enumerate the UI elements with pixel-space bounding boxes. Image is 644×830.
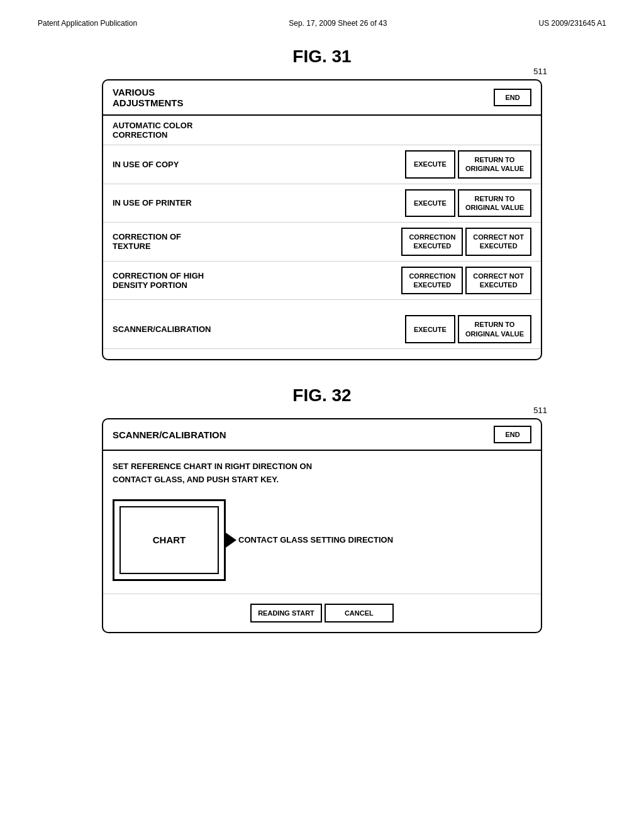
- fig32-direction-label: CONTACT GLASS SETTING DIRECTION: [238, 535, 393, 545]
- fig32-chart-area: CHART CONTACT GLASS SETTING DIRECTION: [103, 493, 541, 594]
- fig32-chart-box: CHART: [113, 499, 226, 581]
- fig31-panel: 511 VARIOUSADJUSTMENTS END AUTOMATIC COL…: [102, 79, 542, 360]
- patent-header: Patent Application Publication Sep. 17, …: [38, 19, 606, 28]
- fig31-density-executed-button[interactable]: CORRECTIONEXECUTED: [401, 267, 463, 295]
- fig32-bottom-buttons: READING START CANCEL: [103, 594, 541, 632]
- fig32-panel-label: SCANNER/CALIBRATION: [113, 429, 226, 440]
- fig31-row-copy: IN USE OF COPY EXECUTE RETURN TOORIGINAL…: [103, 145, 541, 184]
- fig31-row-copy-label: IN USE OF COPY: [113, 160, 405, 169]
- fig31-scanner-label: SCANNER/CALIBRATION: [113, 324, 405, 334]
- fig31-row-scanner: SCANNER/CALIBRATION EXECUTE RETURN TOORI…: [103, 310, 541, 349]
- patent-header-right: US 2009/231645 A1: [539, 19, 606, 28]
- fig31-row-printer-label: IN USE OF PRINTER: [113, 198, 405, 208]
- fig31-copy-return-button[interactable]: RETURN TOORIGINAL VALUE: [458, 150, 531, 179]
- fig32-panel: 511 SCANNER/CALIBRATION END SET REFERENC…: [102, 418, 542, 633]
- fig32-panel-header: SCANNER/CALIBRATION END: [103, 419, 541, 451]
- page: Patent Application Publication Sep. 17, …: [0, 0, 644, 677]
- fig31-scanner-return-button[interactable]: RETURN TOORIGINAL VALUE: [458, 315, 531, 343]
- fig31-row-texture-label: CORRECTION OFTEXTURE: [113, 232, 401, 251]
- fig32-arrow-right: [224, 531, 236, 549]
- fig32-chart-label: CHART: [153, 534, 186, 545]
- fig31-row-density-label: CORRECTION OF HIGHDENSITY PORTION: [113, 271, 401, 290]
- fig31-row-copy-buttons: EXECUTE RETURN TOORIGINAL VALUE: [405, 150, 531, 179]
- fig31-density-not-executed-button[interactable]: CORRECT NOTEXECUTED: [465, 267, 531, 295]
- fig32-end-button[interactable]: END: [494, 426, 531, 443]
- fig32-title: FIG. 32: [38, 385, 606, 406]
- fig31-spacer: [103, 300, 541, 310]
- fig31-texture-executed-button[interactable]: CORRECTIONEXECUTED: [401, 228, 463, 256]
- fig31-row-texture: CORRECTION OFTEXTURE CORRECTIONEXECUTED …: [103, 223, 541, 262]
- fig31-scanner-buttons: EXECUTE RETURN TOORIGINAL VALUE: [405, 315, 531, 343]
- fig31-row-printer-buttons: EXECUTE RETURN TOORIGINAL VALUE: [405, 189, 531, 218]
- fig32-instruction: SET REFERENCE CHART IN RIGHT DIRECTION O…: [103, 451, 541, 493]
- fig31-section-label: AUTOMATIC COLORCORRECTION: [103, 116, 541, 145]
- patent-header-middle: Sep. 17, 2009 Sheet 26 of 43: [289, 19, 387, 28]
- fig31-printer-execute-button[interactable]: EXECUTE: [405, 189, 455, 218]
- fig31-row-density: CORRECTION OF HIGHDENSITY PORTION CORREC…: [103, 262, 541, 301]
- fig31-texture-not-executed-button[interactable]: CORRECT NOTEXECUTED: [465, 228, 531, 256]
- fig31-bottom-spacer: [103, 349, 541, 359]
- fig32-cancel-button[interactable]: CANCEL: [325, 604, 394, 622]
- fig31-ref: 511: [533, 67, 547, 76]
- fig31-row-printer: IN USE OF PRINTER EXECUTE RETURN TOORIGI…: [103, 184, 541, 223]
- fig31-scanner-execute-button[interactable]: EXECUTE: [405, 315, 455, 343]
- fig31-row-density-buttons: CORRECTIONEXECUTED CORRECT NOTEXECUTED: [401, 267, 531, 295]
- fig32-chart-wrapper: CHART: [113, 499, 226, 581]
- fig31-printer-return-button[interactable]: RETURN TOORIGINAL VALUE: [458, 189, 531, 218]
- fig31-panel-header: VARIOUSADJUSTMENTS END: [103, 80, 541, 116]
- fig31-end-button[interactable]: END: [494, 89, 531, 106]
- patent-header-left: Patent Application Publication: [38, 19, 137, 28]
- fig31-row-texture-buttons: CORRECTIONEXECUTED CORRECT NOTEXECUTED: [401, 228, 531, 256]
- fig32-ref: 511: [533, 406, 547, 415]
- fig31-copy-execute-button[interactable]: EXECUTE: [405, 150, 455, 179]
- fig31-panel-label: VARIOUSADJUSTMENTS: [113, 87, 184, 108]
- fig31-title: FIG. 31: [38, 47, 606, 67]
- fig32-reading-start-button[interactable]: READING START: [250, 604, 322, 622]
